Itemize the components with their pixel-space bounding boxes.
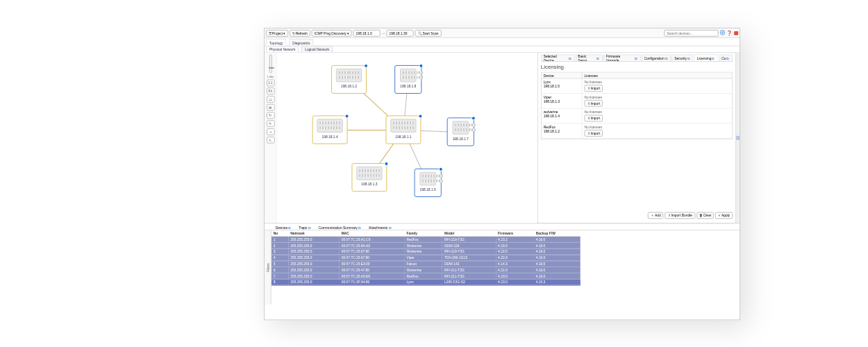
devices-row[interactable]: 8255.255.255.000:07:7C:3F:94:80LynxL205-… <box>272 279 581 285</box>
import-bundle-button[interactable]: ⇪Import Bundle <box>665 212 695 219</box>
refresh-layout-button[interactable]: ↻ <box>266 112 274 119</box>
zoom-fit-button[interactable]: Fit <box>266 87 274 94</box>
topology-node[interactable]: 198.18.1.1 <box>385 115 421 144</box>
devices-cell: DDW-142 <box>442 261 496 267</box>
edit-tool[interactable]: ✎ <box>266 120 274 127</box>
topology-node[interactable]: 198.18.1.7 <box>447 117 474 146</box>
project-label: Project <box>272 31 283 35</box>
start-scan-button[interactable]: 🔍 Start Scan <box>415 29 442 36</box>
bottom-tab-devices[interactable]: Devices ⧉ <box>273 226 295 230</box>
popout-icon: ⧉ <box>726 56 730 60</box>
topology-node[interactable]: 198.18.1.8 <box>394 65 422 94</box>
devices-row[interactable]: 3255.255.255.000:07:7C:25:67:80Wolverine… <box>272 248 581 255</box>
arrow-tool[interactable]: ➝ <box>266 128 274 135</box>
cursor-tool[interactable]: ↖ <box>266 137 274 144</box>
help-icon[interactable]: ❓ <box>726 30 733 35</box>
tab-logical-network[interactable]: Logical Network <box>301 46 333 52</box>
devices-row[interactable]: 4255.255.255.000:07:7C:25:67:80ViperTDV-… <box>272 255 581 261</box>
ip-to-input[interactable] <box>387 29 414 36</box>
topology-node[interactable]: 198.18.1.2 <box>331 65 367 94</box>
devices-header[interactable]: No <box>272 230 289 236</box>
panel-tab-basic-setup[interactable]: Basic Setup ⧉ <box>575 54 602 61</box>
devices-cell: 4.22.0 <box>496 248 534 255</box>
search-icon: 🔍 <box>418 31 422 35</box>
devices-cell: 7 <box>272 273 289 279</box>
panel-tab-configuration[interactable]: Configuration ⧉ <box>642 54 671 61</box>
info-badge-icon[interactable] <box>384 162 388 166</box>
ip-from-input[interactable] <box>353 29 381 36</box>
devices-cell: 4.23.0 <box>496 279 534 285</box>
devices-header[interactable]: Backup F/W <box>534 230 581 236</box>
devices-cell: 4.14.3 <box>496 261 534 267</box>
topology-node[interactable]: 198.18.1.4 <box>312 115 348 144</box>
topology-node[interactable]: 198.18.1.5 <box>415 169 442 197</box>
project-menu[interactable]: ☰ Project ▾ <box>266 29 288 36</box>
tab-diagnostics[interactable]: Diagnostics <box>289 39 313 46</box>
tab-physical-network[interactable]: Physical Network <box>266 46 299 52</box>
licensing-device-cell: RedFox198.18.1.2 <box>542 124 583 138</box>
add-button[interactable]: ＋Add <box>648 212 663 219</box>
topology-canvas[interactable]: 198.18.1.2198.18.1.8198.18.1.4198.18.1.1… <box>277 53 537 223</box>
topology-toolbar: 1.34x 1:1 Fit ▭ ⊞ ↻ ✎ ➝ ↖ <box>265 53 277 223</box>
devices-cell: RFI-219-T3G <box>442 236 496 242</box>
panel-tab-selected-device[interactable]: Selected Device ⧉ <box>541 54 575 61</box>
collapse-handle[interactable] <box>735 53 740 223</box>
refresh-button[interactable]: ↻ Refresh <box>290 29 310 36</box>
devices-cell: Wolverine <box>405 248 442 255</box>
info-badge-icon[interactable] <box>345 114 349 118</box>
info-badge-icon[interactable] <box>419 64 423 68</box>
panel-tab-licensing[interactable]: Licensing ⧉ <box>694 54 718 61</box>
info-badge-icon[interactable] <box>364 64 368 68</box>
devices-header[interactable]: Netmask <box>288 230 339 236</box>
devices-cell: 255.255.255.0 <box>288 261 339 267</box>
panel-tab-cu[interactable]: Cu ⧉ <box>719 54 733 61</box>
filters-handle[interactable]: Filters <box>265 230 272 305</box>
devices-header[interactable]: Model <box>442 230 496 236</box>
devices-cell: Wolverine <box>405 266 442 273</box>
bottom-tab-attachments[interactable]: Attachments ⧉ <box>366 226 394 230</box>
devices-cell: 00:07:7C:25:9A:A0 <box>340 242 405 248</box>
bottom-tab-communication-summary[interactable]: Communication Summary ⧉ <box>316 226 365 230</box>
dash-separator: — <box>382 31 385 35</box>
search-devices-input[interactable] <box>664 29 718 36</box>
licensing-row: Viper198.18.1.3No licenses⇪ Import <box>542 94 732 109</box>
topology-node[interactable]: 198.18.1.3 <box>351 163 387 192</box>
devices-cell: 4.16.0 <box>534 255 581 261</box>
devices-cell: 4.23.0 <box>496 242 534 248</box>
import-button[interactable]: ⇪ Import <box>585 115 603 121</box>
devices-header[interactable]: Firmware <box>496 230 534 236</box>
no-license-label: No licenses <box>585 125 731 129</box>
apply-button[interactable]: ✓Apply <box>715 212 733 219</box>
licensing-license-cell: No licenses⇪ Import <box>583 109 733 124</box>
gear-icon[interactable] <box>720 30 726 36</box>
info-badge-icon[interactable] <box>471 116 476 120</box>
devices-cell: RFI-211-T3G <box>442 273 496 279</box>
zoom-slider[interactable] <box>269 54 272 73</box>
import-button[interactable]: ⇪ Import <box>585 85 603 92</box>
import-button[interactable]: ⇪ Import <box>585 130 603 137</box>
discovery-select[interactable]: ICMP Ping Discovery ▾ <box>312 29 352 36</box>
devices-row[interactable]: 5255.255.255.000:07:7C:25:E3:00FalconDDW… <box>272 261 581 267</box>
node-ip-label: 198.18.1.5 <box>420 187 436 192</box>
layout-tool-2[interactable]: ⊞ <box>266 104 274 111</box>
clear-button[interactable]: 🗑Clear <box>696 212 714 219</box>
bottom-tab-traps[interactable]: Traps ⧉ <box>296 226 314 230</box>
panel-tab-security[interactable]: Security ⧉ <box>671 54 693 61</box>
zoom-1to1-button[interactable]: 1:1 <box>266 79 274 86</box>
info-badge-icon[interactable] <box>439 167 443 171</box>
devices-row[interactable]: 2255.255.255.000:07:7C:25:9A:A0Wolverine… <box>272 242 581 248</box>
licensing-row: RedFox198.18.1.2No licenses⇪ Import <box>542 124 732 139</box>
close-indicator[interactable] <box>734 31 738 35</box>
import-button[interactable]: ⇪ Import <box>585 100 603 107</box>
devices-cell: 3 <box>272 248 289 255</box>
devices-header[interactable]: MAC <box>340 230 405 236</box>
info-badge-icon[interactable] <box>418 114 422 118</box>
layout-tool-1[interactable]: ▭ <box>266 96 274 103</box>
devices-row[interactable]: 6255.255.255.000:07:7C:25:47:80Wolverine… <box>272 266 581 273</box>
devices-row[interactable]: 1255.255.255.000:07:7C:25:A1:C9RedFoxRFI… <box>272 236 581 242</box>
panel-tab-firmware-upgrade[interactable]: Firmware Upgrade ⧉ <box>603 54 641 61</box>
devices-cell: RFI-211-T3G <box>442 266 496 273</box>
devices-row[interactable]: 7255.255.255.000:07:7C:25:A5:E9RedFoxRFI… <box>272 273 581 279</box>
devices-header[interactable]: Family <box>405 230 442 236</box>
tab-topology[interactable]: Topology <box>266 39 286 46</box>
